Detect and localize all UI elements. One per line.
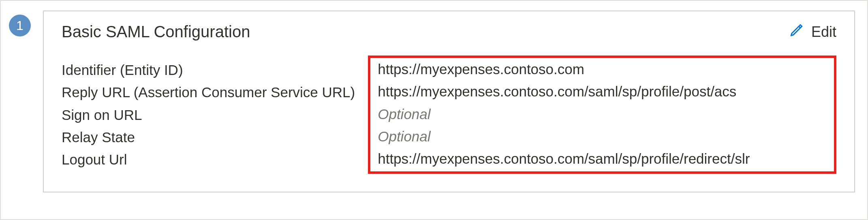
saml-config-step: 1 Basic SAML Configuration Edit Identifi… (0, 0, 868, 220)
reply-url-label: Reply URL (Assertion Consumer Service UR… (62, 83, 355, 102)
card-header: Basic SAML Configuration Edit (62, 23, 836, 41)
sign-on-url-label: Sign on URL (62, 105, 355, 124)
relay-state-label: Relay State (62, 128, 355, 147)
labels-column: Identifier (Entity ID) Reply URL (Assert… (62, 60, 355, 174)
pencil-icon (789, 23, 804, 41)
identifier-label: Identifier (Entity ID) (62, 60, 355, 79)
values-column-highlight: https://myexpenses.contoso.com https://m… (368, 56, 836, 174)
step-number-badge: 1 (9, 15, 31, 36)
config-grid: Identifier (Entity ID) Reply URL (Assert… (62, 60, 836, 174)
logout-url-label: Logout Url (62, 150, 355, 169)
logout-url-value: https://myexpenses.contoso.com/saml/sp/p… (378, 149, 827, 168)
edit-button[interactable]: Edit (789, 23, 836, 41)
card-title: Basic SAML Configuration (62, 23, 250, 41)
identifier-value: https://myexpenses.contoso.com (378, 60, 827, 79)
relay-state-value: Optional (378, 127, 827, 146)
reply-url-value: https://myexpenses.contoso.com/saml/sp/p… (378, 82, 827, 101)
sign-on-url-value: Optional (378, 105, 827, 124)
edit-button-label: Edit (811, 23, 836, 41)
saml-config-card: Basic SAML Configuration Edit Identifier… (43, 11, 855, 192)
